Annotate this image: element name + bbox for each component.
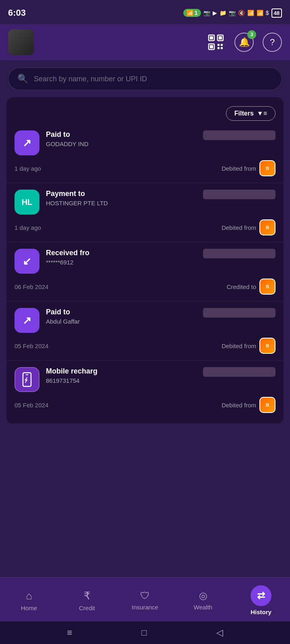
insurance-icon: 🛡	[140, 590, 150, 601]
mute-icon: 🔇	[238, 10, 245, 16]
bank-logo-inner: B	[260, 398, 275, 412]
help-icon: ?	[270, 37, 275, 47]
user-avatar[interactable]	[8, 29, 34, 55]
tx-info: Paid to Abdul Gaffar	[46, 308, 197, 325]
qr-scan-button[interactable]	[206, 33, 226, 52]
tx-direction-icon	[14, 367, 39, 392]
debit-label: Debited from	[222, 343, 256, 349]
debit-label: Debited from	[222, 165, 256, 172]
credit-label: Credited to	[227, 283, 256, 290]
notification-badge: 3	[247, 30, 256, 39]
tx-merchant: 8619731754	[46, 377, 197, 384]
tx-merchant: GODADDY IND	[46, 140, 197, 147]
tx-info: Paid to GODADDY IND	[46, 130, 197, 147]
tx-bank: Debited from B	[222, 219, 276, 235]
tx-date: 05 Feb 2024	[14, 402, 48, 409]
signal-icon: 📶	[247, 10, 254, 16]
tx-direction-icon: HL	[14, 190, 39, 215]
tx-direction-icon: ↗	[14, 308, 39, 333]
bank-logo: B	[259, 338, 276, 354]
tx-date: 05 Feb 2024	[14, 343, 48, 349]
bank-logo: B	[259, 160, 276, 176]
sim-icon: 📷	[203, 10, 210, 16]
nav-item-wealth[interactable]: ◎ Wealth	[174, 590, 232, 611]
credit-icon: ₹	[84, 590, 91, 602]
nav-label-wealth: Wealth	[194, 604, 212, 611]
content-area: Filters ▼≡ ↗ Paid to GODADDY IND 1 day a…	[0, 97, 290, 496]
help-button[interactable]: ?	[263, 33, 282, 52]
filters-label: Filters	[234, 110, 254, 117]
tx-amount-blurred	[203, 130, 276, 140]
svg-rect-3	[219, 36, 222, 39]
tx-title: Received fro	[46, 249, 197, 257]
filters-row: Filters ▼≡	[6, 101, 284, 124]
bank-logo: B	[259, 219, 276, 235]
bank-logo-inner: B	[260, 339, 275, 353]
debit-label: Debited from	[222, 402, 256, 409]
instagram-icon: 📷	[229, 10, 236, 16]
bank-logo: B	[259, 279, 276, 295]
home-sys-icon[interactable]: □	[141, 627, 147, 638]
nav-item-home[interactable]: ⌂ Home	[0, 590, 58, 611]
tx-date: 1 day ago	[14, 165, 41, 172]
arrow-icon: ↙	[23, 255, 31, 268]
wifi-badge: 📶1	[183, 9, 201, 17]
tx-amount-blurred	[203, 367, 276, 377]
tx-date: 1 day ago	[14, 224, 41, 231]
tx-bank: Debited from B	[222, 338, 276, 354]
status-bar: 6:03 📶1 📷 ▶ 📁 📷 🔇 📶 📶 $ 48	[0, 0, 290, 24]
search-section: 🔍	[0, 60, 290, 97]
svg-rect-7	[221, 44, 223, 46]
search-input[interactable]	[34, 75, 273, 83]
svg-rect-6	[218, 44, 220, 46]
bank-logo-inner: B	[260, 279, 275, 294]
tx-amount-blurred	[203, 308, 276, 318]
transactions-list: Filters ▼≡ ↗ Paid to GODADDY IND 1 day a…	[6, 97, 284, 423]
nav-label-history: History	[251, 609, 271, 615]
history-icon: ⇄	[251, 585, 271, 606]
search-icon: 🔍	[17, 74, 28, 84]
tx-direction-icon: ↙	[14, 249, 39, 274]
status-icons: 📶1 📷 ▶ 📁 📷 🔇 📶 📶 $ 48	[183, 8, 282, 18]
tx-bank: Credited to B	[227, 279, 276, 295]
transaction-item[interactable]: ↙ Received fro ******6912 06 Feb 2024 Cr…	[6, 242, 284, 301]
system-nav-bar: ≡ □ ◁	[0, 621, 290, 644]
tx-merchant: HOSTINGER PTE LTD	[46, 200, 197, 206]
tx-direction-icon: ↗	[14, 130, 39, 155]
back-icon[interactable]: ◁	[216, 627, 223, 638]
svg-rect-9	[221, 47, 223, 49]
arrow-icon: ↗	[23, 137, 31, 149]
youtube-icon: ▶	[213, 10, 217, 16]
nav-item-history[interactable]: ⇄ History	[232, 585, 290, 615]
transaction-item[interactable]: HL Payment to HOSTINGER PTE LTD 1 day ag…	[6, 183, 284, 242]
nav-label-credit: Credit	[79, 605, 95, 611]
tx-merchant: ******6912	[46, 259, 197, 266]
battery-indicator: 48	[271, 8, 282, 18]
home-icon: ⌂	[26, 590, 32, 602]
tx-bank: Debited from B	[222, 160, 276, 176]
notification-bell[interactable]: 🔔 3	[234, 33, 254, 52]
tx-title: Payment to	[46, 190, 197, 198]
bank-logo-inner: B	[260, 161, 275, 175]
transaction-item[interactable]: Mobile recharg 8619731754 05 Feb 2024 De…	[6, 361, 284, 419]
search-bar[interactable]: 🔍	[8, 68, 282, 90]
nav-label-insurance: Insurance	[132, 604, 158, 611]
bank-logo-inner: B	[260, 220, 275, 235]
filters-button[interactable]: Filters ▼≡	[226, 106, 276, 121]
tx-title: Mobile recharg	[46, 367, 197, 376]
transaction-item[interactable]: ↗ Paid to GODADDY IND 1 day ago Debited …	[6, 124, 284, 183]
dollar-icon: $	[266, 10, 269, 16]
header-actions: 🔔 3 ?	[206, 33, 282, 52]
tx-date: 06 Feb 2024	[14, 283, 48, 290]
tx-info: Received fro ******6912	[46, 249, 197, 266]
signal2-icon: 📶	[257, 10, 263, 16]
bank-logo: B	[259, 397, 276, 413]
nav-item-insurance[interactable]: 🛡 Insurance	[116, 590, 174, 611]
nav-item-credit[interactable]: ₹ Credit	[58, 590, 116, 611]
menu-icon[interactable]: ≡	[67, 627, 72, 638]
wealth-icon: ◎	[199, 590, 207, 601]
arrow-icon: ↗	[23, 314, 31, 327]
transaction-item[interactable]: ↗ Paid to Abdul Gaffar 05 Feb 2024 Debit…	[6, 301, 284, 361]
app-header: 🔔 3 ?	[0, 24, 290, 60]
tx-merchant: Abdul Gaffar	[46, 318, 197, 325]
